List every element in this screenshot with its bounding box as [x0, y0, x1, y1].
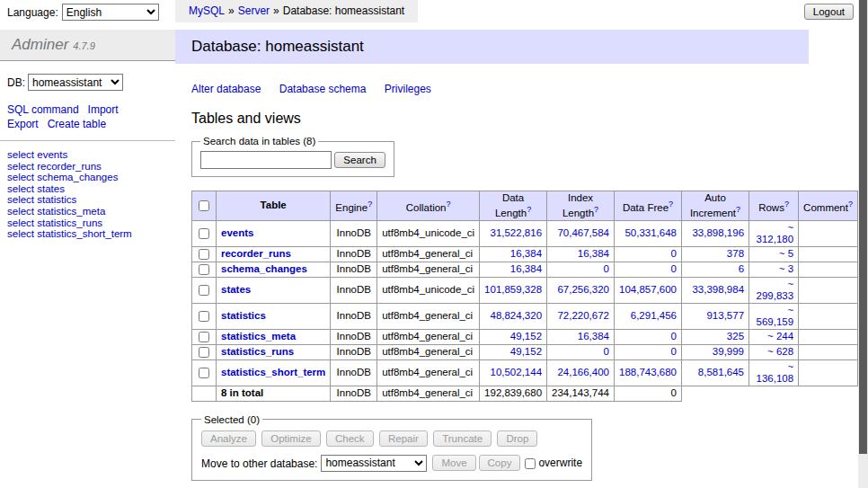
rows-link[interactable]: ~ 299,833: [757, 279, 794, 301]
select-all-checkbox[interactable]: [199, 200, 209, 211]
row-checkbox[interactable]: [199, 249, 209, 260]
table-select-link[interactable]: select: [7, 172, 34, 182]
database-schema-link[interactable]: Database schema: [279, 83, 367, 95]
row-checkbox[interactable]: [199, 311, 209, 322]
drop-button[interactable]: Drop: [497, 430, 537, 447]
table-select-link[interactable]: select: [7, 217, 34, 228]
index-length-link[interactable]: 0: [604, 346, 609, 357]
row-checkbox[interactable]: [199, 228, 209, 239]
row-checkbox[interactable]: [199, 368, 209, 378]
table-name-link[interactable]: events: [221, 227, 253, 238]
index-length-link[interactable]: 24,166,400: [557, 367, 609, 377]
db-select[interactable]: homeassistant: [28, 74, 123, 91]
column-help-link[interactable]: ?: [527, 205, 531, 214]
column-help-link[interactable]: ?: [594, 205, 598, 214]
table-name-link[interactable]: schema_changes: [221, 263, 307, 274]
analyze-button[interactable]: Analyze: [201, 430, 256, 447]
scrollbar-thumb[interactable]: [859, 0, 867, 454]
check-button[interactable]: Check: [326, 430, 374, 447]
row-checkbox[interactable]: [199, 264, 209, 275]
column-help-link[interactable]: ?: [446, 200, 450, 209]
data-free-link[interactable]: 0: [671, 248, 677, 259]
data-free-link[interactable]: 0: [671, 263, 677, 274]
auto-increment-link[interactable]: 6: [739, 263, 744, 274]
table-select-link[interactable]: select: [7, 161, 34, 172]
data-length-link[interactable]: 101,859,328: [484, 284, 542, 295]
table-name-link[interactable]: statistics_short_term: [221, 367, 325, 377]
optimize-button[interactable]: Optimize: [261, 430, 320, 447]
rows-link[interactable]: ~ 312,180: [757, 222, 794, 244]
data-length-link[interactable]: 16,384: [510, 263, 542, 274]
vertical-scrollbar[interactable]: [858, 0, 868, 488]
column-help-link[interactable]: ?: [669, 200, 673, 209]
data-length-link[interactable]: 49,152: [510, 331, 542, 342]
data-free-link[interactable]: 104,857,600: [619, 284, 677, 295]
data-length-link[interactable]: 31,522,816: [490, 227, 542, 238]
data-free-link[interactable]: 50,331,648: [624, 227, 677, 238]
table-name-link[interactable]: statistics_meta: [221, 331, 296, 342]
row-checkbox[interactable]: [199, 285, 209, 296]
search-input[interactable]: [200, 151, 332, 169]
rows-link[interactable]: ~ 569,159: [757, 305, 794, 327]
column-help-link[interactable]: ?: [736, 205, 740, 214]
column-help-link[interactable]: ?: [848, 200, 853, 209]
data-length-link[interactable]: 49,152: [510, 346, 542, 357]
logout-button[interactable]: Logout: [804, 4, 854, 20]
data-length-link[interactable]: 16,384: [510, 248, 542, 259]
language-select[interactable]: English: [62, 4, 159, 21]
table-name-link[interactable]: schema_changes: [37, 172, 118, 182]
column-help-link[interactable]: ?: [368, 200, 372, 209]
table-name-link[interactable]: statistics_meta: [37, 206, 105, 217]
overwrite-checkbox[interactable]: [525, 458, 536, 469]
index-length-link[interactable]: 16,384: [578, 331, 609, 342]
index-length-link[interactable]: 67,256,320: [557, 284, 609, 295]
auto-increment-link[interactable]: 378: [727, 248, 744, 259]
table-name-link[interactable]: statistics_runs: [221, 346, 294, 357]
move-db-select[interactable]: homeassistant: [321, 455, 427, 472]
table-name-link[interactable]: recorder_runs: [221, 248, 291, 259]
truncate-button[interactable]: Truncate: [433, 430, 492, 447]
table-name-link[interactable]: statistics_short_term: [37, 228, 131, 239]
privileges-link[interactable]: Privileges: [385, 83, 431, 95]
search-button[interactable]: Search: [334, 152, 385, 168]
data-length-link[interactable]: 48,824,320: [490, 310, 542, 321]
rows-link[interactable]: ~ 3: [779, 263, 793, 274]
table-select-link[interactable]: select: [7, 183, 34, 194]
auto-increment-link[interactable]: 8,581,645: [698, 367, 744, 377]
export-link[interactable]: Export: [7, 118, 39, 130]
table-select-link[interactable]: select: [7, 228, 34, 239]
sidebar-create-table-link[interactable]: Create table: [48, 118, 106, 130]
rows-link[interactable]: ~ 5: [779, 248, 793, 259]
table-select-link[interactable]: select: [7, 194, 34, 205]
auto-increment-link[interactable]: 33,398,984: [692, 284, 744, 295]
data-free-link[interactable]: 188,743,680: [619, 367, 677, 377]
breadcrumb-server-link[interactable]: Server: [238, 4, 270, 17]
rows-link[interactable]: ~ 628: [767, 346, 793, 357]
index-length-link[interactable]: 16,384: [578, 248, 609, 259]
table-name-link[interactable]: statistics_runs: [37, 217, 102, 228]
auto-increment-link[interactable]: 913,577: [706, 310, 744, 321]
table-name-link[interactable]: events: [37, 149, 67, 160]
auto-increment-link[interactable]: 33,898,196: [692, 227, 744, 238]
table-name-link[interactable]: states: [221, 284, 251, 295]
sql-command-link[interactable]: SQL command: [7, 103, 79, 116]
move-button[interactable]: Move: [432, 455, 475, 471]
row-checkbox[interactable]: [199, 332, 209, 342]
auto-increment-link[interactable]: 39,999: [713, 346, 744, 357]
column-help-link[interactable]: ?: [784, 200, 789, 209]
index-length-link[interactable]: 72,220,672: [557, 310, 609, 321]
repair-button[interactable]: Repair: [379, 430, 428, 447]
table-name-link[interactable]: states: [37, 183, 65, 194]
table-name-link[interactable]: recorder_runs: [37, 161, 102, 172]
row-checkbox[interactable]: [199, 347, 209, 358]
rows-link[interactable]: ~ 244: [767, 331, 793, 342]
table-name-link[interactable]: statistics: [221, 310, 266, 321]
data-length-link[interactable]: 10,502,144: [490, 367, 542, 377]
table-select-link[interactable]: select: [7, 206, 34, 217]
data-free-link[interactable]: 6,291,456: [631, 310, 677, 321]
index-length-link[interactable]: 70,467,584: [557, 227, 609, 238]
alter-database-link[interactable]: Alter database: [191, 83, 261, 95]
rows-link[interactable]: ~ 136,108: [757, 361, 794, 384]
table-name-link[interactable]: statistics: [37, 194, 76, 205]
copy-button[interactable]: Copy: [479, 455, 521, 471]
